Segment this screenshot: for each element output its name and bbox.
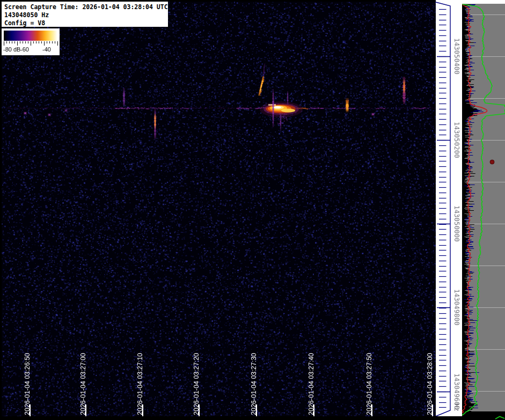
legend-tick (36, 41, 36, 43)
freq-axis-label: 143050200 (453, 122, 461, 158)
freq-axis-label: 143050400 (453, 38, 461, 75)
time-tick (371, 404, 372, 416)
color-scale-legend: -80 dB -60 -40 (2, 28, 60, 55)
legend-tick (39, 41, 39, 43)
spectrum-panel-canvas (453, 0, 505, 420)
legend-db-label-60: -60 (20, 46, 29, 53)
legend-tick (55, 41, 55, 43)
window-border-bottom (0, 416, 453, 420)
legend-tick (4, 41, 4, 46)
time-tick (256, 404, 257, 416)
legend-tick (49, 41, 50, 43)
legend-tick (41, 41, 42, 43)
time-tick (142, 404, 143, 416)
legend-tick (44, 41, 45, 46)
time-tick (313, 404, 314, 416)
legend-tick (6, 41, 7, 43)
time-tick (85, 404, 86, 416)
legend-tick (31, 41, 31, 46)
frequency-text: 143048050 Hz (4, 11, 168, 19)
legend-tick (47, 41, 47, 43)
legend-db-label-40: -40 (42, 46, 51, 53)
window-border-left (0, 0, 2, 420)
legend-tick (28, 41, 28, 43)
info-box: Screen Capture Time: 2026-01-04 03:28:04… (2, 2, 168, 27)
legend-tick (17, 41, 18, 46)
legend-tick (12, 41, 12, 43)
time-tick (199, 404, 200, 416)
freq-axis-line (436, 2, 450, 416)
legend-tick (23, 41, 23, 43)
freq-axis-label: 143050000 (453, 205, 461, 242)
legend-tick (9, 41, 10, 43)
legend-tick (14, 41, 15, 43)
freq-axis-unit-label: Hz (453, 403, 461, 411)
legend-tick (57, 41, 58, 46)
legend-tick (33, 41, 34, 43)
legend-tick (20, 41, 20, 43)
time-tick (432, 404, 433, 416)
freq-axis-label: 143049800 (453, 289, 461, 326)
capture-time-text: Screen Capture Time: 2026-01-04 03:28:04… (4, 3, 168, 11)
app-window: Screen Capture Time: 2026-01-04 03:28:04… (0, 0, 505, 420)
legend-tick (52, 41, 53, 43)
legend-db-label-80: -80 dB (3, 46, 20, 53)
color-gradient-bar (4, 31, 57, 41)
legend-tick (25, 41, 26, 43)
legend-tick-row (4, 41, 57, 46)
config-text: Config = V8 (4, 19, 168, 27)
time-tick (30, 404, 31, 416)
